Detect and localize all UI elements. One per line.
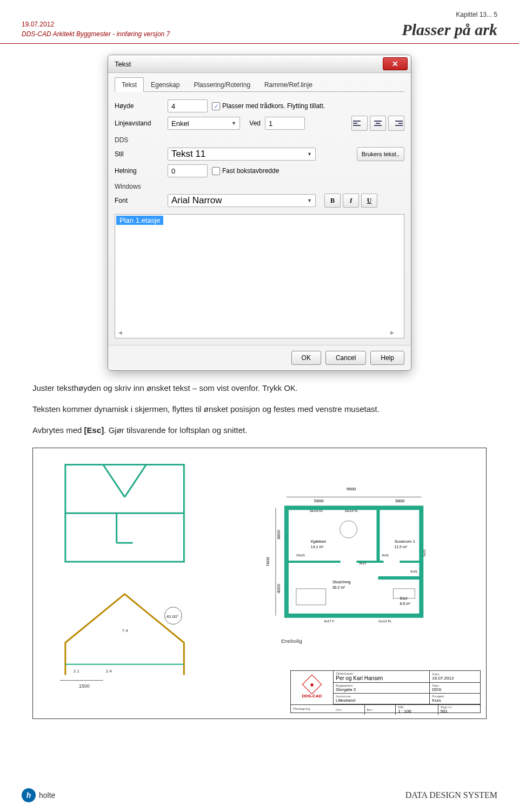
checkbox-unchecked-icon (212, 167, 220, 175)
svg-text:5800: 5800 (314, 498, 324, 503)
scroll-left-icon[interactable]: ◄ (117, 329, 123, 336)
section-drawing: 1500 40.00° 2.1 2.4 7.4 (60, 594, 184, 689)
group-windows-label: Windows (115, 183, 404, 190)
group-dds-label: DDS (115, 136, 404, 144)
svg-text:9600: 9600 (347, 487, 356, 491)
section-angle: 40.00° (166, 614, 178, 619)
svg-text:14.1 m²: 14.1 m² (311, 545, 324, 549)
plasser-checkbox[interactable]: ✓ Plasser med trådkors. Flytting tillatt… (212, 102, 325, 110)
paragraph-3: Avbrytes med [Esc]. Gjør tilsvarende for… (32, 424, 487, 437)
svg-text:8.8 m²: 8.8 m² (400, 602, 410, 605)
bold-button[interactable]: B (324, 194, 341, 208)
svg-text:7.4: 7.4 (122, 628, 129, 633)
body-text: Juster teksthøyden og skriv inn ønsket t… (32, 382, 487, 437)
hoyde-input[interactable]: 4 (168, 99, 208, 112)
svg-text:30.2 m²: 30.2 m² (332, 585, 345, 589)
dialog-titlebar[interactable]: Tekst ✕ (108, 55, 411, 73)
font-style-group: B I U (324, 194, 377, 208)
hoyde-label: Høyde (115, 102, 163, 110)
dialog-footer: OK Cancel Help (108, 345, 411, 370)
stil-label: Stil (115, 150, 163, 158)
chevron-down-icon: ▼ (307, 151, 312, 157)
svg-text:Kjøkken: Kjøkken (311, 539, 327, 544)
svg-text:2.1: 2.1 (74, 669, 80, 674)
header-chapter: Kapittel 13... 5 (402, 11, 497, 18)
svg-text:Bad: Bad (400, 596, 407, 601)
header-date: 19.07.2012 (22, 19, 170, 29)
svg-text:9x21: 9x21 (423, 549, 426, 556)
linjeavstand-select[interactable]: Enkel ▼ (168, 117, 240, 130)
font-label: Font (115, 197, 163, 204)
helning-label: Helning (115, 167, 163, 175)
close-icon: ✕ (392, 59, 398, 68)
underline-button[interactable]: U (361, 194, 377, 208)
row-hoyde: Høyde 4 ✓ Plasser med trådkors. Flytting… (115, 99, 404, 112)
checkbox-checked-icon: ✓ (212, 102, 220, 110)
text-input-area[interactable]: Plan 1.etasje ◄ ► (115, 214, 404, 338)
tab-ramme[interactable]: Ramme/Ref.linje (257, 77, 320, 92)
brukers-tekst-button[interactable]: Brukers tekst.. (357, 147, 404, 161)
svg-text:10x21: 10x21 (296, 554, 305, 557)
svg-text:7600: 7600 (265, 557, 270, 567)
section-width: 1500 (79, 683, 90, 689)
svg-text:Stue/Inng: Stue/Inng (332, 580, 351, 584)
dds-footer-text: DATA DESIGN SYSTEM (405, 790, 497, 800)
ved-label: Ved (244, 119, 261, 127)
cancel-button[interactable]: Cancel (325, 351, 366, 365)
svg-line-3 (125, 465, 147, 497)
holte-icon: h (22, 788, 36, 802)
tab-tekst[interactable]: Tekst (115, 77, 144, 92)
page-footer: h holte DATA DESIGN SYSTEM (22, 788, 497, 802)
align-icon-group (351, 116, 404, 131)
loft-plan-drawing (65, 465, 184, 562)
floor-plan-drawing: 9600 5800 3800 7600 3600 4000 Kjøkken 14… (265, 487, 426, 622)
dialog-title: Tekst (115, 60, 131, 68)
help-button[interactable]: Help (370, 351, 404, 365)
svg-text:4000: 4000 (276, 584, 281, 594)
row-stil: Stil Tekst 11 ▼ Brukers tekst.. (115, 147, 404, 161)
chevron-down-icon: ▼ (307, 198, 312, 203)
row-linjeavstand: Linjeavstand Enkel ▼ Ved 1 (115, 116, 404, 131)
svg-text:11x12 FL: 11x12 FL (378, 620, 392, 623)
header-right: Kapittel 13... 5 Plasser på ark (402, 11, 497, 39)
align-right-icon[interactable] (388, 116, 404, 131)
close-button[interactable]: ✕ (383, 57, 408, 70)
helning-input[interactable]: 0 (168, 164, 208, 177)
italic-button[interactable]: I (343, 194, 359, 208)
font-select[interactable]: Arial Narrow ▼ (168, 194, 316, 207)
svg-point-41 (340, 521, 357, 538)
svg-text:9x21: 9x21 (360, 562, 367, 565)
paragraph-2: Teksten kommer dynamisk i skjermen, flyt… (32, 403, 487, 416)
align-left-icon[interactable] (351, 116, 368, 131)
chevron-down-icon: ▼ (231, 121, 236, 126)
page-title: Plasser på ark (402, 21, 497, 39)
drawing-frame: 1500 40.00° 2.1 2.4 7.4 9600 5800 3800 7… (32, 448, 487, 719)
plasser-label: Plasser med trådkors. Flytting tillatt. (222, 102, 325, 110)
header-left: 19.07.2012 DDS-CAD Arkitekt Byggmester -… (22, 19, 170, 39)
fast-bokstav-checkbox[interactable]: Fast bokstavbredde (212, 167, 279, 175)
tab-plassering[interactable]: Plassering/Rotering (187, 77, 257, 92)
dds-logo-icon: ◆ (302, 674, 322, 694)
svg-text:6x17 F: 6x17 F (324, 620, 335, 623)
title-block: ◆ DDS-CAD Tiltakshaver: Per og Kari Hans… (290, 670, 481, 713)
dialog-body: Tekst Egenskap Plassering/Rotering Ramme… (108, 73, 411, 345)
ok-button[interactable]: OK (291, 351, 321, 365)
ved-input[interactable]: 1 (265, 117, 305, 130)
svg-text:9x21: 9x21 (410, 570, 418, 573)
svg-text:16x14 FL: 16x14 FL (310, 509, 324, 513)
svg-text:9x21: 9x21 (382, 554, 389, 557)
dds-logo: ◆ DDS-CAD (291, 671, 334, 704)
holte-logo: h holte (22, 788, 55, 802)
row-helning: Helning 0 Fast bokstavbredde (115, 164, 404, 177)
svg-rect-42 (296, 589, 326, 605)
tab-egenskap[interactable]: Egenskap (144, 77, 187, 92)
align-center-icon[interactable] (370, 116, 386, 131)
page-header: 19.07.2012 DDS-CAD Arkitekt Byggmester -… (0, 0, 519, 44)
dialog-container: Tekst ✕ Tekst Egenskap Plassering/Roteri… (0, 55, 519, 371)
scroll-right-icon[interactable]: ► (389, 329, 395, 336)
linjeavstand-label: Linjeavstand (115, 119, 163, 127)
svg-text:2.4: 2.4 (106, 669, 112, 674)
text-dialog: Tekst ✕ Tekst Egenskap Plassering/Roteri… (108, 55, 411, 371)
svg-text:11.5 m²: 11.5 m² (394, 545, 407, 549)
stil-select[interactable]: Tekst 11 ▼ (168, 148, 316, 161)
